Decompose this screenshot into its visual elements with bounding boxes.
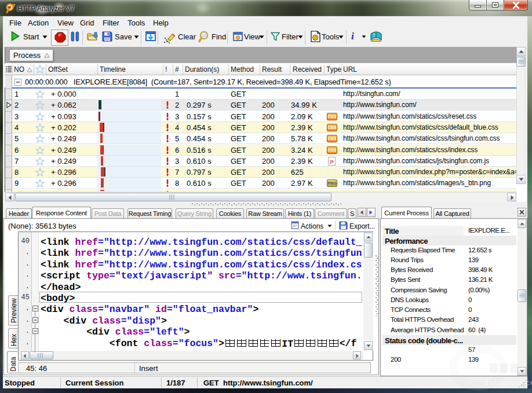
svg-text:?: ? <box>373 33 375 37</box>
